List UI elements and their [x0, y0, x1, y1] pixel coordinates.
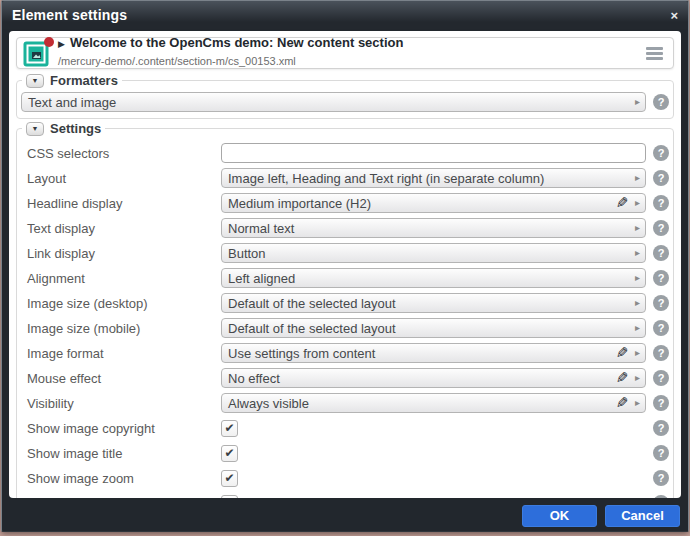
- help-icon[interactable]: ?: [653, 345, 669, 361]
- setting-row: Show image zoom ✔ ?: [21, 466, 669, 490]
- setting-control: Default of the selected layout▸: [221, 318, 646, 338]
- help-icon[interactable]: ?: [653, 395, 669, 411]
- pencil-icon[interactable]: ✎: [616, 344, 629, 362]
- help-icon[interactable]: ?: [653, 245, 669, 261]
- setting-row: Link image ?: [21, 491, 669, 498]
- setting-label: Link image: [21, 496, 221, 499]
- setting-row: Show image copyright ✔ ?: [21, 416, 669, 440]
- settings-legend: Settings: [50, 121, 101, 136]
- setting-row: Image size (mobile) Default of the selec…: [21, 316, 669, 340]
- setting-select[interactable]: Normal text▸: [221, 218, 646, 238]
- setting-row: CSS selectors ?: [21, 141, 669, 165]
- dialog-content: ▶ Welcome to the OpenCms demo: New conte…: [9, 31, 681, 498]
- chevron-right-icon: ▸: [635, 348, 640, 358]
- setting-label: Image size (desktop): [21, 296, 221, 311]
- setting-label: Show image zoom: [21, 471, 221, 486]
- chevron-right-icon: ▸: [635, 273, 640, 283]
- expand-arrow-icon[interactable]: ▶: [58, 39, 65, 49]
- help-icon[interactable]: ?: [653, 145, 669, 161]
- dialog-footer: OK Cancel: [2, 500, 688, 531]
- setting-select[interactable]: Always visible✎▸: [221, 393, 646, 413]
- setting-select[interactable]: No effect✎▸: [221, 368, 646, 388]
- help-icon[interactable]: ?: [653, 94, 669, 110]
- chevron-right-icon: ▸: [635, 373, 640, 383]
- help-icon[interactable]: ?: [653, 495, 669, 498]
- setting-label: Visibility: [21, 396, 221, 411]
- chevron-right-icon: ▸: [635, 248, 640, 258]
- help-icon[interactable]: ?: [653, 445, 669, 461]
- setting-select[interactable]: Button▸: [221, 243, 646, 263]
- help-icon[interactable]: ?: [653, 320, 669, 336]
- setting-text-input[interactable]: [221, 143, 646, 163]
- setting-select-value: No effect: [228, 371, 280, 386]
- dialog-title: Element settings: [12, 7, 127, 23]
- setting-row: Headline display Medium importance (H2)✎…: [21, 191, 669, 215]
- setting-control: [221, 495, 646, 499]
- setting-row: Text display Normal text▸ ?: [21, 216, 669, 240]
- settings-rows: CSS selectors ? Layout Image left, Headi…: [21, 138, 669, 498]
- setting-select-value: Default of the selected layout: [228, 321, 396, 336]
- formatter-select-value: Text and image: [28, 95, 116, 110]
- setting-row: Alignment Left aligned▸ ?: [21, 266, 669, 290]
- collapse-settings-icon[interactable]: ▼: [26, 122, 44, 136]
- chevron-right-icon: ▸: [635, 173, 640, 183]
- ok-button[interactable]: OK: [522, 505, 597, 527]
- setting-control: Button▸: [221, 243, 646, 263]
- cancel-button[interactable]: Cancel: [605, 505, 680, 527]
- element-path: /mercury-demo/.content/section-m/cs_0015…: [58, 55, 296, 67]
- setting-select[interactable]: Use settings from content✎▸: [221, 343, 646, 363]
- setting-select[interactable]: Default of the selected layout▸: [221, 293, 646, 313]
- setting-checkbox[interactable]: ✔: [221, 420, 238, 437]
- setting-row: Visibility Always visible✎▸ ?: [21, 391, 669, 415]
- setting-select[interactable]: Medium importance (H2)✎▸: [221, 193, 646, 213]
- chevron-right-icon: ▸: [635, 97, 640, 107]
- setting-select[interactable]: Left aligned▸: [221, 268, 646, 288]
- settings-fieldset: ▼ Settings CSS selectors ? Layout Image …: [16, 121, 674, 498]
- setting-control: Image left, Heading and Text right (in s…: [221, 168, 646, 188]
- close-icon[interactable]: ×: [670, 9, 678, 22]
- setting-label: Image format: [21, 346, 221, 361]
- setting-control: Always visible✎▸: [221, 393, 646, 413]
- pencil-icon[interactable]: ✎: [616, 394, 629, 412]
- help-icon[interactable]: ?: [653, 220, 669, 236]
- collapse-formatters-icon[interactable]: ▼: [26, 74, 44, 88]
- setting-select-value: Medium importance (H2): [228, 196, 371, 211]
- setting-checkbox[interactable]: ✔: [221, 470, 238, 487]
- setting-select-value: Default of the selected layout: [228, 296, 396, 311]
- setting-select-value: Use settings from content: [228, 346, 375, 361]
- setting-select[interactable]: Default of the selected layout▸: [221, 318, 646, 338]
- setting-label: Mouse effect: [21, 371, 221, 386]
- help-icon[interactable]: ?: [653, 195, 669, 211]
- help-icon[interactable]: ?: [653, 170, 669, 186]
- setting-checkbox[interactable]: [221, 495, 238, 499]
- help-icon[interactable]: ?: [653, 295, 669, 311]
- help-icon[interactable]: ?: [653, 470, 669, 486]
- setting-control: Normal text▸: [221, 218, 646, 238]
- setting-row: Image format Use settings from content✎▸…: [21, 341, 669, 365]
- formatters-legend: Formatters: [50, 73, 118, 88]
- setting-control: Use settings from content✎▸: [221, 343, 646, 363]
- setting-row: Link display Button▸ ?: [21, 241, 669, 265]
- setting-checkbox[interactable]: ✔: [221, 445, 238, 462]
- setting-control: Medium importance (H2)✎▸: [221, 193, 646, 213]
- pencil-icon[interactable]: ✎: [616, 369, 629, 387]
- chevron-right-icon: ▸: [635, 298, 640, 308]
- setting-select-value: Normal text: [228, 221, 294, 236]
- menu-icon[interactable]: [644, 45, 665, 62]
- element-header: ▶ Welcome to the OpenCms demo: New conte…: [16, 37, 674, 69]
- setting-control: ✔: [221, 445, 646, 462]
- setting-label: Show image copyright: [21, 421, 221, 436]
- setting-label: CSS selectors: [21, 146, 221, 161]
- help-icon[interactable]: ?: [653, 420, 669, 436]
- setting-label: Layout: [21, 171, 221, 186]
- chevron-right-icon: ▸: [635, 223, 640, 233]
- formatter-select[interactable]: Text and image ▸: [21, 92, 646, 112]
- setting-select-value: Image left, Heading and Text right (in s…: [228, 171, 544, 186]
- help-icon[interactable]: ?: [653, 270, 669, 286]
- setting-select-value: Button: [228, 246, 266, 261]
- element-settings-dialog: Element settings × ▶ Welcome to the Open…: [1, 0, 689, 532]
- help-icon[interactable]: ?: [653, 370, 669, 386]
- setting-control: Default of the selected layout▸: [221, 293, 646, 313]
- setting-select[interactable]: Image left, Heading and Text right (in s…: [221, 168, 646, 188]
- pencil-icon[interactable]: ✎: [616, 194, 629, 212]
